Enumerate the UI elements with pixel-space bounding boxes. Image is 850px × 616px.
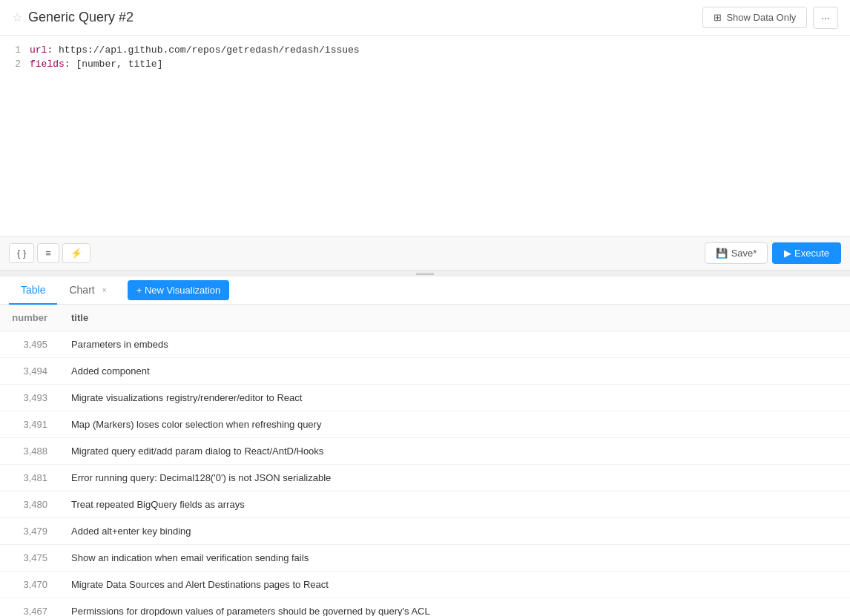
cell-number: 3,479 <box>0 518 59 545</box>
format-button[interactable]: ≡ <box>37 243 59 263</box>
cell-title: Migrate Data Sources and Alert Destinati… <box>59 572 850 598</box>
table-row: 3,494Added component <box>0 358 850 385</box>
cell-title: Added component <box>59 358 850 385</box>
cell-number: 3,494 <box>0 358 59 385</box>
code-line-1: 1 url: https://api.github.com/repos/getr… <box>0 43 850 57</box>
execute-button[interactable]: ▶ Execute <box>772 242 841 264</box>
column-header-number[interactable]: number <box>0 305 59 331</box>
cell-number: 3,470 <box>0 572 59 598</box>
table-row: 3,493Migrate visualizations registry/ren… <box>0 385 850 411</box>
header: ☆ Generic Query #2 ⊞ Show Data Only ··· <box>0 0 850 36</box>
page-title: Generic Query #2 <box>28 10 702 25</box>
new-visualization-label: + New Visualization <box>136 285 221 296</box>
more-options-button[interactable]: ··· <box>813 7 838 29</box>
cell-number: 3,467 <box>0 598 59 617</box>
code-editor[interactable]: 1 url: https://api.github.com/repos/getr… <box>0 36 850 236</box>
cell-number: 3,481 <box>0 465 59 491</box>
show-data-only-button[interactable]: ⊞ Show Data Only <box>702 7 807 28</box>
line-content-1: url: https://api.github.com/repos/getred… <box>30 44 850 56</box>
cell-number: 3,475 <box>0 545 59 572</box>
editor-toolbar: { } ≡ ⚡ 💾 Save* ▶ Execute <box>0 236 850 270</box>
column-header-title[interactable]: title <box>59 305 850 331</box>
cell-title: Map (Markers) loses color selection when… <box>59 411 850 438</box>
resize-indicator <box>416 273 434 275</box>
favorite-star[interactable]: ☆ <box>12 10 22 24</box>
table-row: 3,491Map (Markers) loses color selection… <box>0 411 850 438</box>
toolbar-right: 💾 Save* ▶ Execute <box>705 242 841 264</box>
cell-title: Migrated query edit/add param dialog to … <box>59 438 850 465</box>
table-header-row: number title <box>0 305 850 331</box>
cell-number: 3,480 <box>0 491 59 518</box>
tab-chart-close[interactable]: × <box>99 285 110 295</box>
line-content-2: fields: [number, title] <box>30 59 850 70</box>
table-row: 3,475Show an indication when email verif… <box>0 545 850 572</box>
tab-chart[interactable]: Chart × <box>57 276 121 305</box>
cell-number: 3,495 <box>0 331 59 358</box>
table-row: 3,481Error running query: Decimal128('0'… <box>0 465 850 491</box>
line-number-1: 1 <box>0 44 30 56</box>
editor-area: 1 url: https://api.github.com/repos/getr… <box>0 36 850 271</box>
table-row: 3,470Migrate Data Sources and Alert Dest… <box>0 572 850 598</box>
save-label: Save* <box>731 248 757 259</box>
resize-handle[interactable] <box>0 271 850 276</box>
results-area: number title 3,495Parameters in embeds3,… <box>0 305 850 616</box>
line-number-2: 2 <box>0 59 30 70</box>
params-button[interactable]: { } <box>9 243 34 263</box>
code-line-2: 2 fields: [number, title] <box>0 57 850 71</box>
table-row: 3,495Parameters in embeds <box>0 331 850 358</box>
table-row: 3,479Added alt+enter key binding <box>0 518 850 545</box>
cell-number: 3,488 <box>0 438 59 465</box>
table-row: 3,488Migrated query edit/add param dialo… <box>0 438 850 465</box>
show-data-label: Show Data Only <box>726 12 796 23</box>
new-visualization-button[interactable]: + New Visualization <box>128 280 230 300</box>
toolbar-left: { } ≡ ⚡ <box>9 243 700 263</box>
cell-title: Migrate visualizations registry/renderer… <box>59 385 850 411</box>
tabs-bar: Table Chart × + New Visualization <box>0 276 850 305</box>
header-actions: ⊞ Show Data Only ··· <box>702 7 838 29</box>
execute-label: ▶ Execute <box>784 248 829 259</box>
tab-table[interactable]: Table <box>9 276 57 305</box>
tab-table-label: Table <box>21 284 45 296</box>
cell-number: 3,493 <box>0 385 59 411</box>
table-icon: ⊞ <box>714 12 722 23</box>
shortcut-button[interactable]: ⚡ <box>62 243 90 263</box>
cell-title: Added alt+enter key binding <box>59 518 850 545</box>
cell-title: Treat repeated BigQuery fields as arrays <box>59 491 850 518</box>
data-table: number title 3,495Parameters in embeds3,… <box>0 305 850 616</box>
cell-title: Show an indication when email verificati… <box>59 545 850 572</box>
save-icon: 💾 <box>716 248 728 259</box>
cell-title: Error running query: Decimal128('0') is … <box>59 465 850 491</box>
cell-number: 3,491 <box>0 411 59 438</box>
cell-title: Permissions for dropdown values of param… <box>59 598 850 617</box>
table-row: 3,467Permissions for dropdown values of … <box>0 598 850 617</box>
cell-title: Parameters in embeds <box>59 331 850 358</box>
tab-chart-label: Chart <box>69 284 94 296</box>
table-row: 3,480Treat repeated BigQuery fields as a… <box>0 491 850 518</box>
save-button[interactable]: 💾 Save* <box>705 242 768 264</box>
